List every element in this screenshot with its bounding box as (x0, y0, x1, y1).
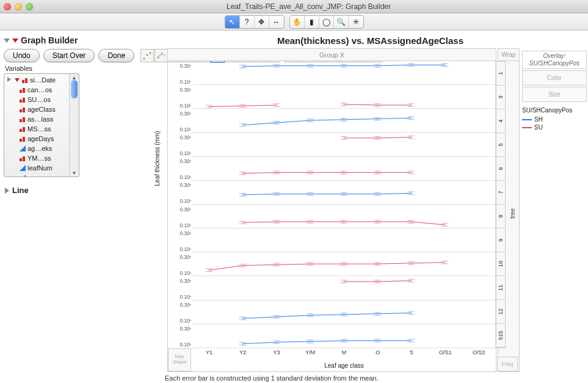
magnify-tool-icon[interactable]: 🔍 (334, 16, 349, 28)
overlay-dropzone[interactable]: Overlay: SU/SHCanopyPos (522, 51, 587, 69)
scroll-down-icon[interactable]: ▼ (70, 169, 79, 177)
tool-group-nav: ↖ ? ✥ ↔ (225, 15, 285, 29)
legend-item[interactable]: SH (522, 116, 587, 123)
variable-row[interactable]: YM…ss (5, 153, 68, 163)
variable-row[interactable]: MS…ss (5, 124, 68, 134)
done-button[interactable]: Done (98, 49, 134, 62)
facet-panel (192, 181, 496, 205)
window-titlebar: Leaf_Traits-PE_ave_All_conv_JMP: Graph B… (0, 0, 588, 13)
x-tick: O/S1 (429, 349, 462, 358)
variable-row[interactable]: leafNum (5, 163, 68, 173)
variables-label: Variables (5, 65, 149, 72)
arrow-tool[interactable]: ↖ (225, 16, 240, 28)
move-tool-icon[interactable]: ↔ (269, 16, 284, 28)
facet-panel (192, 324, 496, 348)
x-tick: Y2 (226, 349, 260, 358)
variable-label: MS…ss (27, 125, 51, 133)
facet-panel (192, 85, 496, 109)
variables-listbox: si…Datecan…osSU…osageClassas…lassMS…ssag… (4, 73, 79, 177)
chart-title: Mean(thickness) vs. MSAssignedAgeClass (153, 35, 588, 46)
svg-rect-43 (20, 119, 22, 122)
svg-rect-50 (20, 158, 22, 161)
groupy-dropzone[interactable]: 13456789101112515 (496, 61, 506, 348)
x-tick: O/S2 (462, 349, 496, 358)
facet-panel (192, 133, 496, 156)
variable-row[interactable]: ag…eks (5, 144, 68, 153)
freq-dropzone[interactable]: Freq (497, 357, 518, 371)
x-axis-ticks: Y1Y2Y3Y/MMOSO/S1O/S2 (192, 349, 496, 358)
facet-label: 7 (496, 181, 505, 205)
lasso-tool-icon[interactable]: ◯ (319, 16, 334, 28)
legend-item[interactable]: SU (522, 124, 587, 131)
line-section-heading: Line (4, 186, 149, 195)
facet-panel (192, 109, 496, 133)
svg-marker-49 (20, 145, 26, 151)
x-tick: Y/M (294, 349, 327, 358)
facet-label: 5 (496, 133, 505, 157)
x-tick: S (394, 349, 428, 358)
variable-row[interactable]: as…um (5, 173, 68, 177)
red-triangle-icon[interactable] (15, 78, 20, 82)
nominal-col-icon (20, 106, 26, 112)
legend-title: SU/SHCanopyPos (522, 107, 587, 114)
variable-row[interactable]: si…Date (5, 75, 68, 85)
svg-rect-36 (25, 78, 27, 83)
svg-rect-37 (20, 90, 22, 93)
wrap-dropzone[interactable]: Wrap (498, 49, 519, 61)
map-shape-dropzone[interactable]: Map Shape (168, 348, 191, 371)
page-title: Graph Builder (21, 35, 78, 45)
minimize-icon[interactable] (15, 3, 22, 10)
hand-tool-icon[interactable]: ✋ (290, 16, 305, 28)
facet-label: 515 (496, 324, 505, 348)
svg-point-3 (147, 54, 148, 56)
close-icon[interactable] (4, 3, 11, 10)
color-dropzone[interactable]: Color (522, 70, 587, 86)
svg-rect-46 (23, 127, 25, 132)
nominal-col-icon (20, 136, 26, 142)
brush-tool-icon[interactable]: ▮ (305, 16, 319, 28)
facet-label: 3 (496, 86, 505, 109)
legend: SU/SHCanopyPos SHSU (522, 107, 587, 131)
legend-swatch (522, 119, 532, 120)
help-tool[interactable]: ? (240, 16, 255, 28)
continuous-col-icon (20, 145, 26, 151)
x-tick: O (361, 349, 394, 358)
disclosure-closed-icon[interactable] (7, 77, 13, 83)
startover-button[interactable]: Start Over (43, 49, 95, 62)
variable-row[interactable]: as…lass (5, 114, 68, 124)
scrollbar[interactable]: ▲ ▼ (69, 74, 79, 177)
pan-tool-icon[interactable]: ✥ (255, 16, 269, 28)
variable-label: leafNum (27, 164, 53, 172)
chart-canvas[interactable]: Group X 13456789101112515 tree 0.300.100… (167, 48, 496, 372)
window-title: Leaf_Traits-PE_ave_All_conv_JMP: Graph B… (33, 2, 584, 11)
facet-label: 10 (496, 252, 505, 276)
svg-marker-52 (20, 165, 26, 171)
x-tick: Y1 (192, 349, 226, 358)
svg-rect-44 (23, 117, 25, 122)
points-type-icon[interactable] (140, 49, 154, 62)
svg-point-2 (143, 58, 145, 60)
variable-row[interactable]: can…os (5, 85, 68, 95)
variable-row[interactable]: SU…os (5, 95, 68, 104)
zoom-window-icon[interactable] (26, 3, 33, 10)
facet-label: 6 (496, 157, 505, 181)
crosshair-tool-icon[interactable]: ✳ (349, 16, 363, 28)
svg-rect-47 (20, 139, 22, 142)
facet-panel (192, 276, 496, 300)
disclosure-closed-icon[interactable] (4, 188, 10, 194)
variable-row[interactable]: ageClass (5, 104, 68, 114)
svg-marker-53 (20, 175, 26, 177)
variable-label: can…os (27, 86, 52, 93)
disclosure-open-icon[interactable] (4, 37, 10, 43)
nominal-col-icon (20, 97, 26, 103)
scroll-thumb[interactable] (71, 80, 78, 98)
variable-row[interactable]: ageDays (5, 134, 68, 144)
undo-button[interactable]: Undo (4, 49, 40, 62)
size-dropzone[interactable]: Size (522, 87, 587, 102)
svg-rect-42 (23, 108, 25, 112)
facet-panel (192, 252, 496, 276)
red-triangle-icon[interactable] (12, 37, 18, 43)
error-bar-note: Each error bar is constructed using 1 st… (153, 372, 588, 383)
groupx-dropzone[interactable]: Group X (168, 49, 496, 61)
nominal-col-icon (20, 126, 26, 132)
